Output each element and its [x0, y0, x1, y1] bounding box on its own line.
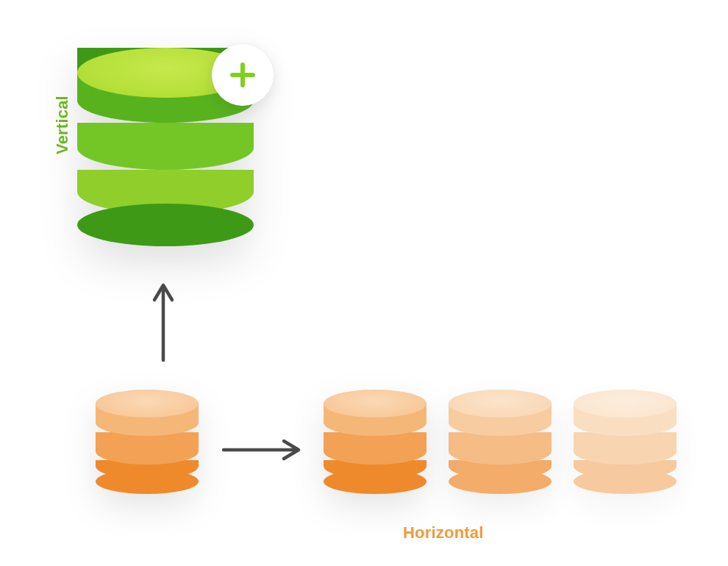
- plus-icon: [226, 59, 259, 91]
- horizontal-label: Horizontal: [403, 523, 484, 542]
- source-database: [96, 390, 199, 492]
- scaling-diagram: Vertical Horizontal: [0, 0, 728, 566]
- scale-up-badge: [212, 44, 274, 106]
- arrow-up-icon: [149, 278, 178, 366]
- replica-database-1: [324, 390, 427, 492]
- replica-database-3: [574, 390, 677, 492]
- arrow-right-icon: [218, 435, 306, 465]
- replica-database-2: [449, 390, 552, 492]
- vertical-label: Vertical: [53, 96, 72, 154]
